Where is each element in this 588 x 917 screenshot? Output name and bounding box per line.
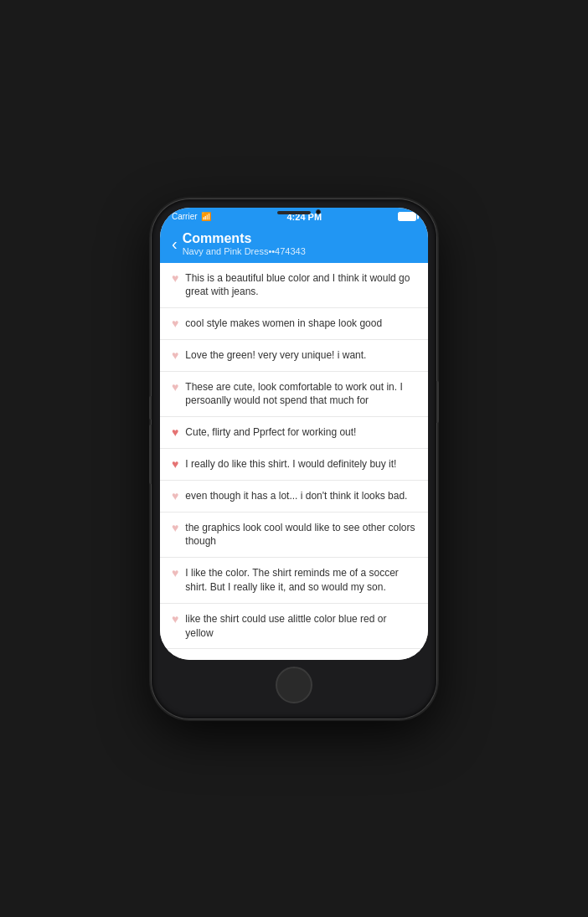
volume-down-button bbox=[149, 425, 152, 448]
back-button[interactable]: ‹ bbox=[172, 235, 178, 252]
wifi-icon: 📶 bbox=[201, 212, 211, 221]
comment-item[interactable]: ♥like the shirt could use alittle color … bbox=[160, 604, 428, 650]
heart-icon[interactable]: ♥ bbox=[172, 567, 178, 579]
phone-frame: Carrier 📶 4:24 PM ‹ Comments Navy and Pi… bbox=[152, 199, 436, 719]
speaker bbox=[277, 211, 311, 214]
comment-text: These are cute, look comfortable to work… bbox=[185, 380, 416, 409]
heart-icon[interactable]: ♥ bbox=[172, 490, 178, 502]
carrier-info: Carrier 📶 bbox=[172, 212, 211, 221]
nav-title-group: Comments Navy and Pink Dress••474343 bbox=[183, 231, 306, 256]
heart-icon[interactable]: ♥ bbox=[172, 613, 178, 625]
comment-item[interactable]: ♥Love the green! very very unique! i wan… bbox=[160, 340, 428, 372]
comment-text: I really do like this shirt. I would def… bbox=[185, 457, 416, 471]
comment-text: the graphics look cool would like to see… bbox=[185, 521, 416, 549]
heart-icon[interactable]: ♥ bbox=[172, 522, 178, 533]
heart-icon[interactable]: ♥ bbox=[172, 458, 178, 470]
comment-item[interactable]: ♥This is a beautiful blue color and I th… bbox=[160, 263, 428, 309]
heart-icon[interactable]: ♥ bbox=[172, 272, 178, 284]
heart-icon[interactable]: ♥ bbox=[172, 658, 178, 659]
comment-text: This is a beautiful blue color and I thi… bbox=[185, 271, 416, 300]
comment-text: Again, this kind of style is really popu… bbox=[185, 657, 416, 659]
side-buttons bbox=[149, 396, 152, 448]
comment-item[interactable]: ♥I really do like this shirt. I would de… bbox=[160, 449, 428, 481]
heart-icon[interactable]: ♥ bbox=[172, 349, 178, 361]
volume-up-button bbox=[149, 396, 152, 420]
battery-indicator bbox=[398, 212, 416, 221]
comment-text: I like the color. The shirt reminds me o… bbox=[185, 566, 416, 595]
comment-item[interactable]: ♥even though it has a lot... i don't thi… bbox=[160, 481, 428, 513]
comment-item[interactable]: ♥Cute, flirty and Pprfect for working ou… bbox=[160, 417, 428, 449]
comment-item[interactable]: ♥cool style makes women in shape look go… bbox=[160, 308, 428, 340]
page-title: Comments bbox=[183, 231, 306, 246]
phone-screen: Carrier 📶 4:24 PM ‹ Comments Navy and Pi… bbox=[160, 208, 428, 660]
comment-item[interactable]: ♥I like the color. The shirt reminds me … bbox=[160, 558, 428, 604]
home-button[interactable] bbox=[276, 667, 312, 703]
heart-icon[interactable]: ♥ bbox=[172, 317, 178, 329]
battery-fill bbox=[399, 213, 415, 220]
comment-item[interactable]: ♥the graphics look cool would like to se… bbox=[160, 513, 428, 559]
comment-text: Cute, flirty and Pprfect for working out… bbox=[185, 425, 416, 440]
page-subtitle: Navy and Pink Dress••474343 bbox=[183, 246, 306, 256]
battery-icon bbox=[398, 212, 416, 221]
navigation-bar: ‹ Comments Navy and Pink Dress••474343 bbox=[160, 226, 428, 263]
heart-icon[interactable]: ♥ bbox=[172, 426, 178, 438]
comments-list[interactable]: ♥This is a beautiful blue color and I th… bbox=[160, 263, 428, 660]
comment-text: cool style makes women in shape look goo… bbox=[185, 317, 416, 331]
comment-text: Love the green! very very unique! i want… bbox=[185, 348, 416, 363]
comment-item[interactable]: ♥Again, this kind of style is really pop… bbox=[160, 649, 428, 659]
power-button bbox=[436, 381, 439, 423]
camera bbox=[316, 209, 321, 214]
comment-item[interactable]: ♥These are cute, look comfortable to wor… bbox=[160, 372, 428, 418]
comment-text: like the shirt could use alittle color b… bbox=[185, 612, 416, 641]
comment-text: even though it has a lot... i don't thin… bbox=[185, 489, 416, 503]
heart-icon[interactable]: ♥ bbox=[172, 381, 178, 393]
carrier-label: Carrier bbox=[172, 212, 198, 221]
